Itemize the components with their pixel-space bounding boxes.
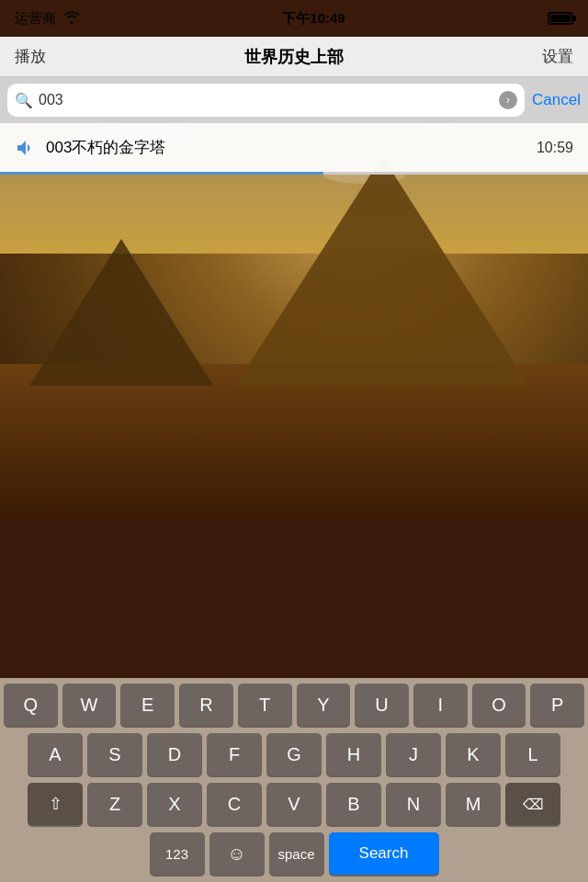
numbers-key[interactable]: 123: [150, 832, 205, 875]
space-label: space: [277, 846, 314, 862]
nav-title: 世界历史上部: [244, 46, 344, 68]
key-l[interactable]: L: [505, 733, 560, 775]
space-key[interactable]: space: [269, 832, 324, 875]
numbers-label: 123: [165, 846, 188, 862]
key-v[interactable]: V: [266, 783, 322, 825]
track-item[interactable]: 003不朽的金字塔 10:59: [0, 123, 588, 173]
key-y[interactable]: Y: [297, 684, 351, 726]
key-s[interactable]: S: [87, 733, 142, 775]
key-h[interactable]: H: [326, 733, 381, 775]
key-q[interactable]: Q: [4, 684, 58, 726]
track-duration: 10:59: [537, 140, 573, 156]
carrier-label: 运营商: [15, 10, 56, 28]
key-u[interactable]: U: [355, 684, 409, 726]
delete-key[interactable]: ⌫: [505, 783, 560, 825]
play-button[interactable]: 播放: [15, 46, 46, 67]
key-k[interactable]: K: [446, 733, 501, 775]
keyboard-row-1: Q W E R T Y U I O P: [0, 678, 588, 728]
key-r[interactable]: R: [179, 684, 233, 726]
key-t[interactable]: T: [238, 684, 292, 726]
settings-button[interactable]: 设置: [542, 46, 573, 67]
search-bar-container: 🔍 003 › Cancel: [0, 77, 588, 123]
key-z[interactable]: Z: [87, 783, 142, 825]
key-c[interactable]: C: [207, 783, 262, 825]
shift-icon: ⇧: [49, 794, 62, 814]
search-field[interactable]: 🔍 003 ›: [7, 84, 525, 117]
search-clear-button[interactable]: ›: [499, 91, 517, 109]
key-w[interactable]: W: [62, 684, 117, 726]
emoji-key[interactable]: ☺: [209, 832, 265, 875]
search-icon: 🔍: [15, 92, 33, 109]
search-label: Search: [359, 844, 409, 863]
search-input[interactable]: 003: [39, 92, 493, 108]
key-n[interactable]: N: [386, 783, 441, 825]
key-i[interactable]: I: [413, 684, 468, 726]
status-time: 下午10:49: [282, 10, 345, 28]
wifi-icon: [63, 11, 80, 27]
key-o[interactable]: O: [472, 684, 526, 726]
speaker-icon: [15, 140, 35, 156]
nav-bar: 播放 世界历史上部 设置: [0, 37, 588, 77]
keyboard-row-3: ⇧ Z X C V B N M ⌫: [0, 777, 588, 827]
delete-icon: ⌫: [523, 796, 544, 813]
status-right: [548, 12, 573, 25]
keyboard-row-2: A S D F G H J K L: [0, 728, 588, 777]
key-f[interactable]: F: [207, 733, 262, 775]
key-x[interactable]: X: [147, 783, 202, 825]
shift-key[interactable]: ⇧: [28, 783, 83, 825]
key-a[interactable]: A: [28, 733, 83, 775]
keyboard: Q W E R T Y U I O P A S D F G H J K L ⇧ …: [0, 678, 588, 882]
progress-fill: [0, 172, 323, 175]
key-m[interactable]: M: [446, 783, 501, 825]
key-e[interactable]: E: [120, 684, 175, 726]
key-d[interactable]: D: [147, 733, 202, 775]
key-b[interactable]: B: [326, 783, 381, 825]
cancel-button[interactable]: Cancel: [532, 91, 581, 109]
battery-icon: [548, 12, 573, 25]
key-j[interactable]: J: [386, 733, 441, 775]
status-left: 运营商: [15, 10, 80, 28]
emoji-icon: ☺: [227, 843, 245, 865]
key-g[interactable]: G: [266, 733, 322, 775]
status-bar: 运营商 下午10:49: [0, 0, 588, 37]
search-key[interactable]: Search: [329, 832, 439, 875]
progress-bar: [0, 172, 588, 175]
key-p[interactable]: P: [530, 684, 584, 726]
keyboard-bottom-row: 123 ☺ space Search: [0, 827, 588, 882]
track-title: 003不朽的金字塔: [46, 137, 537, 158]
